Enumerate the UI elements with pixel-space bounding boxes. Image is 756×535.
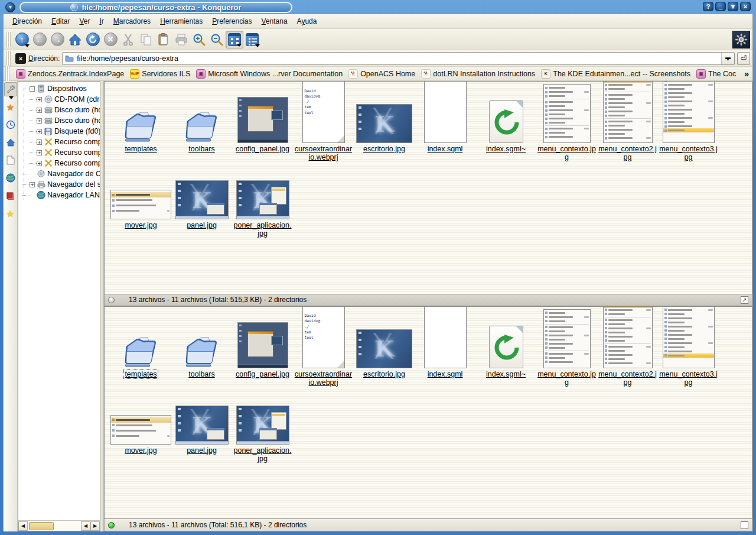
tree-expander-icon[interactable]: +	[37, 161, 42, 166]
file-item[interactable]: index.sgml~	[475, 310, 536, 387]
file-name-link[interactable]: panel.jpg	[186, 446, 217, 455]
tree-expander-icon[interactable]: +	[37, 129, 42, 134]
tree-expander-icon[interactable]: +	[37, 118, 42, 124]
tree-expander-icon[interactable]: +	[30, 182, 35, 187]
tree-expander-icon[interactable]: +	[37, 150, 42, 155]
toolbar-grip[interactable]	[6, 32, 11, 47]
menu-direccin[interactable]: Dirección	[8, 15, 46, 27]
bookmark-item[interactable]: VoIPServidores ILS	[127, 68, 193, 80]
sidebar-tab-bookmarks[interactable]: ★	[4, 100, 17, 114]
file-name-link[interactable]: mover.jpg	[124, 221, 157, 229]
clear-location-icon[interactable]: ×	[15, 53, 26, 64]
tree-item-recurso-compa[interactable]: +Recurso compa	[19, 158, 100, 168]
file-item[interactable]: menu_contexto2.jpg	[597, 85, 658, 161]
file-item[interactable]: Documen El Escr <para> Bienvenidos a </p…	[415, 310, 475, 387]
link-views-checkbox-bottom[interactable]	[741, 521, 748, 529]
scrollbar-thumb[interactable]	[29, 522, 54, 530]
tree-expander-icon[interactable]: -	[30, 86, 35, 92]
pane-active-led[interactable]	[108, 297, 115, 303]
zoom-out-button[interactable]	[208, 31, 226, 48]
sidebar-tab-services[interactable]: ★	[4, 206, 17, 221]
tree-item-cd-rom-cdro[interactable]: +CD-ROM (cdro	[19, 94, 100, 105]
file-name-link[interactable]: menu_contexto3.jpg	[659, 145, 718, 161]
file-name-link[interactable]: menu_contexto.jpg	[537, 145, 597, 161]
file-name-link[interactable]: poner_aplicacion.jpg	[233, 221, 292, 238]
file-name-link[interactable]: toolbars	[188, 370, 215, 378]
bookmarks-overflow-icon[interactable]: »	[744, 69, 751, 79]
menu-preferencias[interactable]: Preferencias	[208, 15, 256, 27]
file-item[interactable]: menu_contexto.jpg	[536, 310, 597, 387]
reload-button[interactable]	[84, 31, 102, 48]
file-item[interactable]: Kponer_aplicacion.jpg	[232, 161, 293, 238]
file-item[interactable]: index.sgml~	[475, 85, 536, 161]
home-button[interactable]	[66, 31, 84, 48]
file-item[interactable]: menu_contexto3.jpg	[658, 85, 719, 161]
close-button[interactable]: ×	[740, 2, 751, 11]
file-item[interactable]: menu_contexto3.jpg	[658, 310, 719, 387]
sidebar-tab-history[interactable]	[4, 118, 17, 132]
location-dropdown-icon[interactable]: ▬▼	[721, 53, 734, 64]
file-name-link[interactable]: index.sgml~	[485, 370, 526, 378]
file-name-link[interactable]: templates	[124, 370, 157, 378]
link-views-checkbox[interactable]: ↗	[741, 296, 748, 304]
file-name-link[interactable]: cursoextraordinario.webprj	[294, 370, 353, 387]
file-item[interactable]: menu_contexto.jpg	[536, 85, 597, 161]
menu-ir[interactable]: Ir	[95, 15, 107, 27]
scroll-left-icon2[interactable]: ◀	[81, 521, 90, 531]
menu-editar[interactable]: Editar	[47, 15, 74, 27]
menu-ver[interactable]: Ver	[75, 15, 94, 27]
file-name-link[interactable]: toolbars	[188, 145, 215, 153]
file-name-link[interactable]: escritorio.jpg	[363, 370, 406, 378]
icon-view-button[interactable]	[226, 31, 243, 48]
sidebar-tab-home-folder[interactable]	[4, 135, 17, 150]
menu-herramientas[interactable]: Herramientas	[156, 15, 207, 27]
file-item[interactable]: David davidv@ -/ tem tool cursoextraordi…	[293, 85, 354, 161]
go-button[interactable]: ⏎	[737, 52, 750, 65]
menu-ayuda[interactable]: Ayuda	[293, 15, 321, 27]
window-menu-button[interactable]: ▾	[5, 2, 15, 12]
scroll-right-icon[interactable]: ▶	[90, 521, 100, 531]
file-name-link[interactable]: templates	[124, 145, 157, 153]
location-input[interactable]: file:/home/pepesan/curso-extra	[77, 54, 718, 63]
pane-active-led-bottom[interactable]	[108, 522, 115, 528]
file-item[interactable]: toolbars	[171, 85, 232, 161]
file-name-link[interactable]: mover.jpg	[124, 446, 157, 455]
bookmark-item[interactable]: ▣Zendocs.Zentrack.IndexPage	[13, 68, 127, 80]
bookmark-item[interactable]: 🐕dotLRN Installation Instructions	[418, 68, 538, 80]
scroll-left-icon[interactable]: ◀	[18, 521, 28, 531]
stop-button[interactable]: ×	[102, 31, 119, 48]
file-item[interactable]: Documen El Escr <para> Bienvenidos a </p…	[415, 85, 475, 161]
file-item[interactable]: Kescritorio.jpg	[354, 85, 415, 161]
file-item[interactable]: Kescritorio.jpg	[354, 310, 415, 387]
sidebar-tab-network[interactable]	[4, 171, 17, 185]
help-window-button[interactable]: ?	[703, 2, 713, 11]
sidebar-tab-documents[interactable]	[4, 153, 17, 167]
tree-item-navegador-del-sis[interactable]: +Navegador del sis	[19, 179, 100, 190]
sidebar-tab-root-folder[interactable]	[4, 189, 17, 203]
file-item[interactable]: templates	[110, 85, 171, 161]
paste-button[interactable]	[155, 31, 172, 48]
bookmark-item[interactable]: KThe KDE Edutainmen...ect -- Screenshots	[538, 68, 693, 80]
dropdown-caret-icon[interactable]	[237, 44, 242, 47]
maximize-button[interactable]: ▼	[728, 2, 738, 11]
print-button[interactable]	[172, 31, 190, 48]
tree-horizontal-scrollbar[interactable]: ◀ ◀ ▶	[18, 520, 100, 531]
bookmark-item[interactable]: ▣The Coc	[693, 68, 739, 80]
file-name-link[interactable]: cursoextraordinario.webprj	[294, 145, 353, 161]
file-name-link[interactable]: panel.jpg	[186, 221, 217, 229]
file-item[interactable]: Kpanel.jpg	[171, 387, 232, 463]
file-item[interactable]: menu_contexto2.jpg	[597, 310, 658, 387]
location-combobox[interactable]: file:/home/pepesan/curso-extra ▬▼	[62, 52, 735, 65]
bookbar-grip[interactable]	[5, 66, 9, 82]
tree-expander-icon[interactable]: +	[37, 140, 42, 145]
file-name-link[interactable]: index.sgml~	[485, 145, 526, 153]
file-name-link[interactable]: index.sgml	[427, 370, 464, 378]
tree-item-navegador-de-cd[interactable]: ♪Navegador de CD	[19, 168, 100, 179]
tree-item-disco-duro-hda[interactable]: +Disco duro (hda	[19, 105, 100, 115]
tree-item-recurso-compa[interactable]: +Recurso compa	[19, 147, 100, 158]
dropdown-caret-icon[interactable]	[255, 44, 260, 47]
tree-item-dispositivos[interactable]: -Dispositivos	[19, 83, 100, 94]
file-item[interactable]: David davidv@ -/ tem tool cursoextraordi…	[293, 310, 354, 387]
file-item[interactable]: config_panel.jpg	[232, 85, 293, 161]
file-name-link[interactable]: menu_contexto3.jpg	[659, 370, 718, 387]
